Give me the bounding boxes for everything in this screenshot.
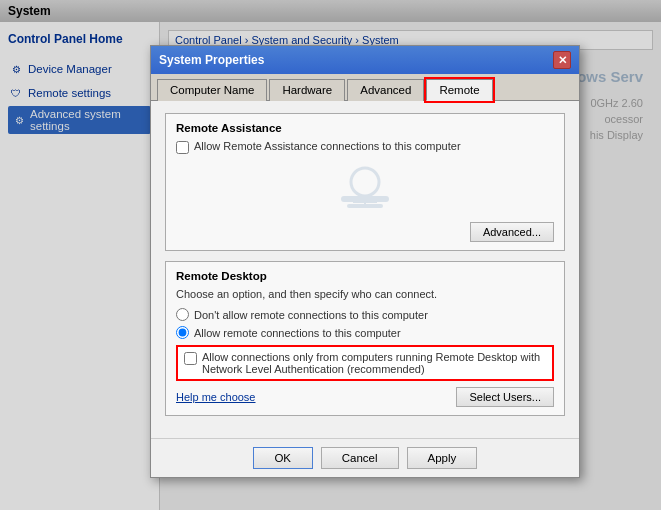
watermark-svg	[325, 164, 405, 214]
radio-allow-label: Allow remote connections to this compute…	[194, 327, 401, 339]
radio-allow[interactable]	[176, 326, 189, 339]
cancel-button[interactable]: Cancel	[321, 447, 399, 469]
nla-checkbox-box: Allow connections only from computers ru…	[176, 345, 554, 381]
select-users-button[interactable]: Select Users...	[456, 387, 554, 407]
rd-description: Choose an option, and then specify who c…	[176, 288, 554, 300]
remote-desktop-section: Remote Desktop Choose an option, and the…	[165, 261, 565, 416]
dialog-content: Remote Assistance Allow Remote Assistanc…	[151, 101, 579, 438]
radio-allow-row: Allow remote connections to this compute…	[176, 326, 554, 339]
dialog-buttons: OK Cancel Apply	[151, 438, 579, 477]
help-me-choose-link[interactable]: Help me choose	[176, 391, 256, 403]
watermark-area	[176, 164, 554, 214]
system-properties-dialog: System Properties ✕ Computer Name Hardwa…	[150, 45, 580, 478]
tab-computer-name[interactable]: Computer Name	[157, 79, 267, 101]
dialog-titlebar: System Properties ✕	[151, 46, 579, 74]
remote-desktop-label: Remote Desktop	[176, 270, 554, 282]
dialog-title: System Properties	[159, 53, 264, 67]
help-select-row: Help me choose Select Users...	[176, 387, 554, 407]
close-button[interactable]: ✕	[553, 51, 571, 69]
radio-dont-allow-label: Don't allow remote connections to this c…	[194, 309, 428, 321]
advanced-button[interactable]: Advanced...	[470, 222, 554, 242]
remote-assistance-section: Remote Assistance Allow Remote Assistanc…	[165, 113, 565, 251]
nla-checkbox[interactable]	[184, 352, 197, 365]
svg-point-0	[351, 168, 379, 196]
apply-button[interactable]: Apply	[407, 447, 478, 469]
ok-button[interactable]: OK	[253, 447, 313, 469]
tab-advanced[interactable]: Advanced	[347, 79, 424, 101]
nla-checkbox-label: Allow connections only from computers ru…	[202, 351, 546, 375]
advanced-clearfix: Advanced...	[176, 218, 554, 242]
tab-remote[interactable]: Remote	[426, 79, 492, 101]
remote-assistance-checkbox-row: Allow Remote Assistance connections to t…	[176, 140, 554, 154]
tab-hardware[interactable]: Hardware	[269, 79, 345, 101]
remote-assistance-checkbox-label: Allow Remote Assistance connections to t…	[194, 140, 461, 152]
radio-dont-allow-row: Don't allow remote connections to this c…	[176, 308, 554, 321]
remote-assistance-checkbox[interactable]	[176, 141, 189, 154]
radio-dont-allow[interactable]	[176, 308, 189, 321]
remote-assistance-label: Remote Assistance	[176, 122, 554, 134]
assistance-inner: Allow Remote Assistance connections to t…	[176, 140, 554, 242]
nla-checkbox-row: Allow connections only from computers ru…	[184, 351, 546, 375]
tab-bar: Computer Name Hardware Advanced Remote	[151, 74, 579, 101]
